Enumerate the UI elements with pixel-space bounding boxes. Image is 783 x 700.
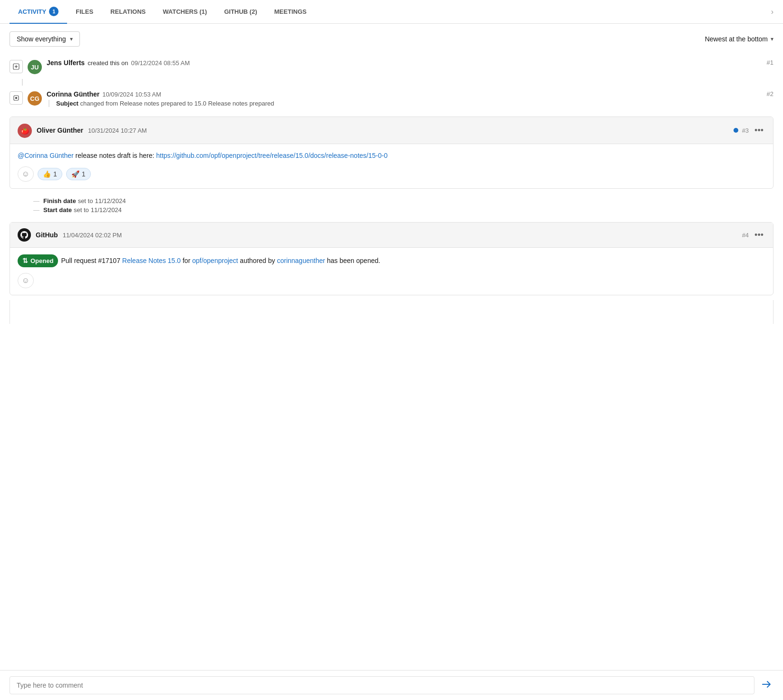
tab-watchers-label: WATCHERS (1) <box>163 8 207 15</box>
repo-link[interactable]: opf/openproject <box>192 257 238 264</box>
comment-3-number: #3 <box>742 127 749 134</box>
pr-text-middle: for <box>181 257 192 264</box>
comment-3-author: Oliver Günther <box>37 126 83 134</box>
start-date-change: Start date set to 11/12/2024 <box>33 205 773 214</box>
activity-2-time: 10/09/2024 10:53 AM <box>102 91 161 98</box>
tab-github-label: GITHUB (2) <box>224 8 257 15</box>
activity-2-content: Corinna Günther 10/09/2024 10:53 AM Subj… <box>47 90 762 107</box>
github-4-text: ⇅ Opened Pull request #17107 Release Not… <box>18 254 765 267</box>
finish-date-label: Finish date <box>43 197 76 204</box>
activity-toolbar: Show everything ▾ Newest at the bottom ▾ <box>0 24 783 54</box>
activity-2-author: Corinna Günther <box>47 90 99 98</box>
github-4-name: GitHub <box>36 231 58 239</box>
comment-3-number-group: #3 ••• <box>734 126 765 136</box>
avatar-oliver: 🍅 <box>18 124 32 138</box>
comment-text-before: release notes draft is here: <box>74 152 157 159</box>
tab-files[interactable]: FILES <box>67 1 102 23</box>
filter-arrow-icon: ▾ <box>70 36 73 42</box>
sort-label: Newest at the bottom <box>705 35 768 43</box>
reactions-bar: ☺ 👍 1 🚀 1 <box>18 166 765 182</box>
mention-corinna: @Corinna Günther <box>18 152 74 159</box>
avatar-jens: JU <box>28 60 42 74</box>
tabs-bar: ACTIVITY 1 FILES RELATIONS WATCHERS (1) … <box>0 0 783 24</box>
github-4-more-button[interactable]: ••• <box>753 230 765 240</box>
tab-relations[interactable]: RELATIONS <box>102 1 154 23</box>
activity-icon-1 <box>10 60 23 73</box>
github-card-4: GitHub 11/04/2024 02:02 PM #4 ••• ⇅ Open… <box>10 222 773 295</box>
comment-link[interactable]: https://github.com/opf/openproject/tree/… <box>156 152 387 159</box>
reaction-thumbsup[interactable]: 👍 1 <box>38 168 62 180</box>
change-field: Subject changed from Release notes prepa… <box>56 100 274 107</box>
reaction-rocket-emoji: 🚀 <box>71 170 79 178</box>
opened-badge: ⇅ Opened <box>18 254 58 267</box>
date-changes-group: Finish date set to 11/12/2024 Start date… <box>10 194 773 217</box>
tab-watchers[interactable]: WATCHERS (1) <box>154 1 215 23</box>
tab-meetings[interactable]: MEETINGS <box>266 1 315 23</box>
comment-3-header: 🍅 Oliver Günther 10/31/2024 10:27 AM #3 … <box>10 117 773 144</box>
tab-files-label: FILES <box>76 8 93 15</box>
finish-date-change: Finish date set to 11/12/2024 <box>33 196 773 205</box>
comment-3-body: @Corinna Günther release notes draft is … <box>10 144 773 188</box>
reaction-rocket-count: 1 <box>82 170 86 178</box>
tab-github[interactable]: GITHUB (2) <box>215 1 265 23</box>
author-link[interactable]: corinnaguenther <box>277 257 325 264</box>
finish-date-action: set to <box>78 197 93 204</box>
sort-dropdown-button[interactable]: Newest at the bottom ▾ <box>705 35 773 43</box>
pr-text-final: has been opened. <box>325 257 380 264</box>
github-4-body: ⇅ Opened Pull request #17107 Release Not… <box>10 248 773 295</box>
github-4-time: 11/04/2024 02:02 PM <box>63 232 122 239</box>
filter-label: Show everything <box>17 35 66 43</box>
avatar-corinna: CG <box>28 91 42 106</box>
add-reaction-button[interactable]: ☺ <box>18 166 34 182</box>
pr-text-end: authored by <box>238 257 277 264</box>
tab-meetings-label: MEETINGS <box>274 8 307 15</box>
comment-card-3: 🍅 Oliver Günther 10/31/2024 10:27 AM #3 … <box>10 117 773 189</box>
start-date-action: set to <box>74 206 89 214</box>
opened-badge-icon: ⇅ <box>22 256 28 266</box>
activity-1-number: #1 <box>767 59 773 66</box>
tab-activity[interactable]: ACTIVITY 1 <box>10 0 67 24</box>
pr-link[interactable]: Release Notes 15.0 <box>122 257 181 264</box>
comment-3-text: @Corinna Günther release notes draft is … <box>18 151 765 161</box>
github-4-number: #4 <box>742 232 749 239</box>
start-date-label: Start date <box>43 206 72 214</box>
activity-1-action: created this on <box>88 59 128 67</box>
svg-rect-4 <box>15 97 17 99</box>
connector-1 <box>22 79 23 86</box>
activity-badge: 1 <box>49 7 59 16</box>
tab-relations-label: RELATIONS <box>110 8 146 15</box>
start-date-value: 11/12/2024 <box>91 206 122 214</box>
activity-feed: JU Jens Ulferts created this on 09/12/20… <box>0 54 783 324</box>
opened-badge-label: Opened <box>30 256 53 266</box>
reaction-thumbsup-count: 1 <box>53 170 57 178</box>
pr-text-before: Pull request #17107 <box>61 257 122 264</box>
activity-2-number: #2 <box>767 90 773 97</box>
activity-item-2: CG Corinna Günther 10/09/2024 10:53 AM S… <box>10 86 773 112</box>
tab-activity-label: ACTIVITY <box>18 8 46 15</box>
activity-2-change: Subject changed from Release notes prepa… <box>49 100 762 107</box>
finish-date-value: 11/12/2024 <box>95 197 126 204</box>
sort-arrow-icon: ▾ <box>771 36 773 42</box>
comment-3-more-button[interactable]: ••• <box>753 126 765 136</box>
github-4-header: GitHub 11/04/2024 02:02 PM #4 ••• <box>10 223 773 248</box>
activity-item-1: JU Jens Ulferts created this on 09/12/20… <box>10 54 773 79</box>
unread-dot <box>734 128 738 133</box>
activity-icon-2 <box>10 91 23 105</box>
activity-1-author: Jens Ulferts <box>47 59 85 67</box>
avatar-oliver-emoji: 🍅 <box>21 127 29 135</box>
empty-continuation <box>10 300 773 324</box>
github-4-number-group: #4 ••• <box>742 230 765 240</box>
github-add-reaction-button[interactable]: ☺ <box>18 273 34 288</box>
reaction-thumbsup-emoji: 👍 <box>43 170 51 178</box>
tabs-scroll-right-icon[interactable]: › <box>771 8 773 16</box>
github-reactions-bar: ☺ <box>18 273 765 288</box>
filter-dropdown-button[interactable]: Show everything ▾ <box>10 31 80 47</box>
avatar-jens-initial: JU <box>31 64 39 71</box>
github-icon <box>18 228 31 242</box>
activity-1-content: Jens Ulferts created this on 09/12/2024 … <box>47 59 762 67</box>
reaction-rocket[interactable]: 🚀 1 <box>66 168 91 180</box>
avatar-corinna-initial: CG <box>30 95 39 102</box>
comment-3-time: 10/31/2024 10:27 AM <box>88 127 147 134</box>
activity-1-time: 09/12/2024 08:55 AM <box>131 59 190 67</box>
